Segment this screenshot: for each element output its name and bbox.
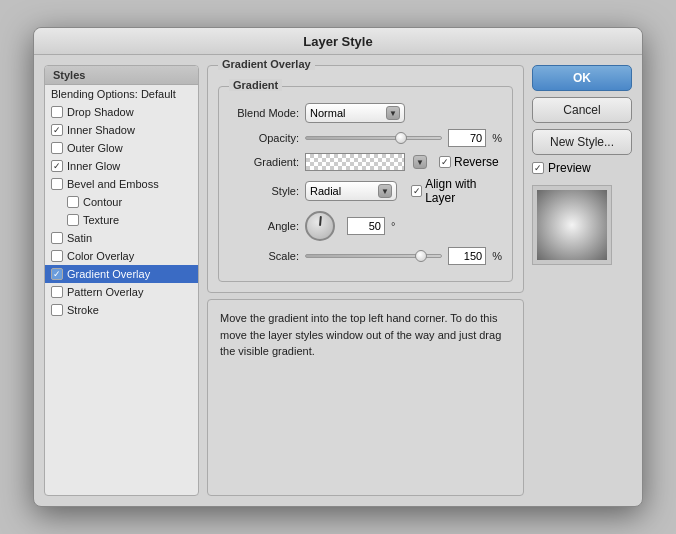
left-panel-title: Styles: [45, 66, 198, 85]
cancel-button[interactable]: Cancel: [532, 97, 632, 123]
hint-box: Move the gradient into the top left hand…: [207, 299, 524, 496]
gradient-label: Gradient:: [229, 156, 299, 168]
drop-shadow-label: Drop Shadow: [67, 106, 134, 118]
opacity-slider-container[interactable]: [305, 136, 442, 140]
stroke-label: Stroke: [67, 304, 99, 316]
layer-item-contour[interactable]: Contour: [45, 193, 198, 211]
scale-slider-thumb[interactable]: [415, 250, 427, 262]
scale-label: Scale:: [229, 250, 299, 262]
style-select[interactable]: Radial ▼: [305, 181, 397, 201]
scale-input[interactable]: 150: [448, 247, 486, 265]
stroke-checkbox[interactable]: [51, 304, 63, 316]
right-panel: OK Cancel New Style... Preview: [532, 65, 632, 496]
gradient-sub-section: Gradient Blend Mode: Normal ▼ Opacity:: [218, 86, 513, 282]
align-layer-label: Align with Layer: [425, 177, 502, 205]
outer-glow-label: Outer Glow: [67, 142, 123, 154]
layer-item-stroke[interactable]: Stroke: [45, 301, 198, 319]
drop-shadow-checkbox[interactable]: [51, 106, 63, 118]
blend-mode-row: Blend Mode: Normal ▼: [229, 103, 502, 123]
gradient-overlay-checkbox[interactable]: [51, 268, 63, 280]
texture-checkbox[interactable]: [67, 214, 79, 226]
scale-slider-container[interactable]: [305, 254, 442, 258]
angle-unit: °: [391, 220, 395, 232]
gradient-sub-legend: Gradient: [229, 79, 282, 91]
preview-image: [537, 190, 607, 260]
angle-input[interactable]: 50: [347, 217, 385, 235]
bevel-emboss-label: Bevel and Emboss: [67, 178, 159, 190]
align-layer-checkbox[interactable]: [411, 185, 422, 197]
layer-item-blending-options[interactable]: Blending Options: Default: [45, 85, 198, 103]
opacity-input[interactable]: 70: [448, 129, 486, 147]
satin-checkbox[interactable]: [51, 232, 63, 244]
inner-shadow-label: Inner Shadow: [67, 124, 135, 136]
scale-unit: %: [492, 250, 502, 262]
reverse-checkbox[interactable]: [439, 156, 451, 168]
scale-row: Scale: 150 %: [229, 247, 502, 265]
inner-glow-checkbox[interactable]: [51, 160, 63, 172]
layer-style-dialog: Layer Style Styles Blending Options: Def…: [33, 27, 643, 507]
inner-glow-label: Inner Glow: [67, 160, 120, 172]
opacity-slider-track[interactable]: [305, 136, 442, 140]
outer-glow-checkbox[interactable]: [51, 142, 63, 154]
style-label: Style:: [229, 185, 299, 197]
preview-checkbox[interactable]: [532, 162, 544, 174]
layer-item-gradient-overlay[interactable]: Gradient Overlay: [45, 265, 198, 283]
gradient-overlay-section-legend: Gradient Overlay: [218, 58, 315, 70]
layer-item-drop-shadow[interactable]: Drop Shadow: [45, 103, 198, 121]
angle-label: Angle:: [229, 220, 299, 232]
blend-mode-arrow: ▼: [386, 106, 400, 120]
hint-text: Move the gradient into the top left hand…: [220, 312, 501, 357]
pattern-overlay-checkbox[interactable]: [51, 286, 63, 298]
inner-shadow-checkbox[interactable]: [51, 124, 63, 136]
style-arrow: ▼: [378, 184, 392, 198]
main-content: Gradient Overlay Gradient Blend Mode: No…: [207, 65, 524, 496]
preview-area: [532, 185, 612, 265]
gradient-overlay-section: Gradient Overlay Gradient Blend Mode: No…: [207, 65, 524, 293]
dialog-title: Layer Style: [34, 28, 642, 55]
layer-item-texture[interactable]: Texture: [45, 211, 198, 229]
gradient-arrow[interactable]: ▼: [413, 155, 427, 169]
opacity-slider-thumb[interactable]: [395, 132, 407, 144]
angle-dial[interactable]: [305, 211, 335, 241]
ok-button[interactable]: OK: [532, 65, 632, 91]
opacity-unit: %: [492, 132, 502, 144]
color-overlay-checkbox[interactable]: [51, 250, 63, 262]
layer-item-inner-shadow[interactable]: Inner Shadow: [45, 121, 198, 139]
new-style-button[interactable]: New Style...: [532, 129, 632, 155]
opacity-label: Opacity:: [229, 132, 299, 144]
angle-row: Angle: 50 °: [229, 211, 502, 241]
layer-item-bevel-emboss[interactable]: Bevel and Emboss: [45, 175, 198, 193]
pattern-overlay-label: Pattern Overlay: [67, 286, 143, 298]
style-row: Style: Radial ▼ Align with Layer: [229, 177, 502, 205]
contour-label: Contour: [83, 196, 122, 208]
satin-label: Satin: [67, 232, 92, 244]
opacity-row: Opacity: 70 %: [229, 129, 502, 147]
texture-label: Texture: [83, 214, 119, 226]
contour-checkbox[interactable]: [67, 196, 79, 208]
blend-mode-select[interactable]: Normal ▼: [305, 103, 405, 123]
reverse-label: Reverse: [454, 155, 499, 169]
scale-slider-track[interactable]: [305, 254, 442, 258]
preview-label-row: Preview: [532, 161, 632, 175]
bevel-emboss-checkbox[interactable]: [51, 178, 63, 190]
layer-item-satin[interactable]: Satin: [45, 229, 198, 247]
preview-label: Preview: [548, 161, 591, 175]
layer-item-outer-glow[interactable]: Outer Glow: [45, 139, 198, 157]
gradient-overlay-label: Gradient Overlay: [67, 268, 150, 280]
layer-item-inner-glow[interactable]: Inner Glow: [45, 157, 198, 175]
gradient-row: Gradient: ▼ Reverse: [229, 153, 502, 171]
blending-options-label: Blending Options: Default: [51, 88, 176, 100]
left-panel: Styles Blending Options: Default Drop Sh…: [44, 65, 199, 496]
blend-mode-label: Blend Mode:: [229, 107, 299, 119]
layer-item-pattern-overlay[interactable]: Pattern Overlay: [45, 283, 198, 301]
angle-indicator: [319, 216, 322, 226]
gradient-swatch[interactable]: [305, 153, 405, 171]
layer-item-color-overlay[interactable]: Color Overlay: [45, 247, 198, 265]
color-overlay-label: Color Overlay: [67, 250, 134, 262]
